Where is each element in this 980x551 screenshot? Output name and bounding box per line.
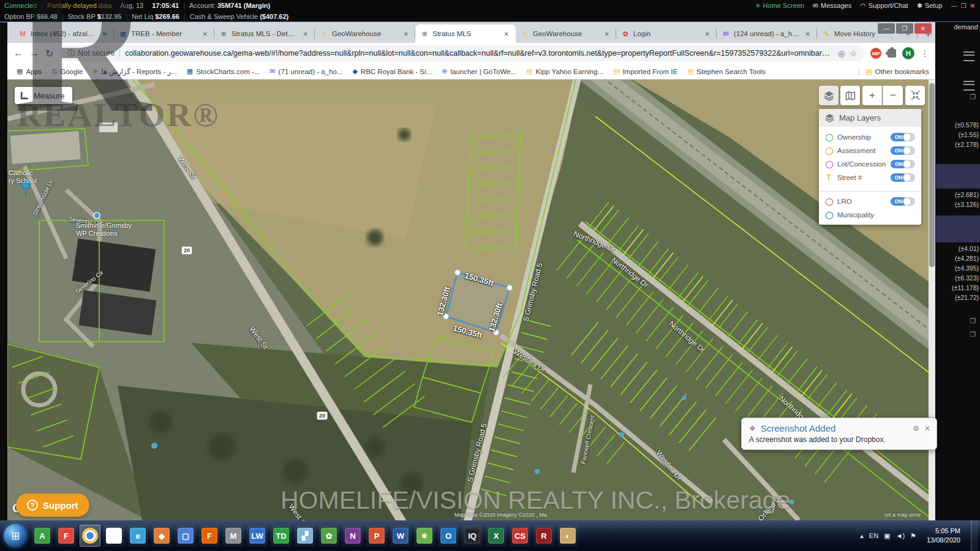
restore-window-icon[interactable]: ❐ bbox=[970, 331, 976, 339]
tab-close-icon[interactable]: ✕ bbox=[201, 30, 209, 38]
language-indicator[interactable]: EN bbox=[869, 532, 878, 539]
chart-block bbox=[936, 164, 980, 189]
map-error-link[interactable]: ort a map error bbox=[884, 512, 921, 518]
page-scrollbar[interactable] bbox=[929, 80, 935, 520]
browser-tab[interactable]: ⌂ GeoWarehouse ✕ bbox=[315, 24, 415, 43]
bookmark-item[interactable]: ▤ Stephen Search Tools bbox=[683, 66, 770, 77]
show-desktop-button[interactable] bbox=[971, 520, 978, 551]
layer-toggle[interactable]: ON bbox=[891, 173, 915, 182]
close-icon[interactable]: ✕ bbox=[970, 2, 975, 9]
zoom-in-button[interactable]: + bbox=[862, 86, 882, 105]
bookmark-item[interactable]: ◆ RBC Royal Bank - Si... bbox=[348, 66, 436, 77]
bookmark-label: (71 unread) - a_ho... bbox=[279, 68, 343, 75]
tab-close-icon[interactable]: ✕ bbox=[402, 30, 410, 38]
volume-icon[interactable]: ◄) bbox=[896, 532, 905, 539]
tab-close-icon[interactable]: ✕ bbox=[804, 30, 812, 38]
address-bar[interactable]: ⓘNot secure collaboration.geowarehouse.c… bbox=[59, 45, 864, 61]
restore-window-icon[interactable]: ❐ bbox=[970, 317, 976, 325]
taskbar-app-icon[interactable]: M bbox=[223, 525, 244, 547]
other-bookmarks-button[interactable]: ▤ Other bookmarks bbox=[859, 67, 929, 76]
taskbar-app-icon[interactable]: A bbox=[32, 525, 53, 547]
taskbar-app-icon[interactable]: P bbox=[366, 525, 387, 547]
taskbar-app-icon[interactable]: ▞ bbox=[295, 525, 315, 547]
layer-toggle[interactable]: ON bbox=[891, 146, 915, 155]
browser-close-icon[interactable]: ✕ bbox=[914, 23, 932, 34]
layer-toggle[interactable]: ON bbox=[891, 160, 915, 168]
tab-close-icon[interactable]: ✕ bbox=[502, 30, 511, 38]
side-value: (±4.281) bbox=[955, 255, 979, 262]
browser-tab[interactable]: ⌂ GeoWarehouse ✕ bbox=[516, 24, 616, 43]
folder-icon: ▤ bbox=[865, 67, 872, 76]
taskbar-app-icon[interactable]: F bbox=[56, 525, 77, 547]
taskbar-app-icon[interactable]: ▢ bbox=[175, 525, 196, 547]
dropbox-notification[interactable]: ❖ Screenshot Added ⚙ ✕ A screenshot was … bbox=[741, 418, 937, 450]
flag-icon[interactable]: ⚑ bbox=[910, 532, 916, 540]
taskbar-clock[interactable]: 5:05 PM 13/08/2020 bbox=[922, 527, 965, 545]
taskbar-app-icon[interactable]: e bbox=[127, 525, 148, 547]
basemap-button[interactable] bbox=[840, 86, 860, 105]
support-chat-button[interactable]: ◠Support/Chat bbox=[860, 2, 908, 10]
layer-toggle[interactable]: ON bbox=[891, 197, 915, 206]
browser-tab[interactable]: ⊕ Stratus MLS ✕ bbox=[415, 24, 516, 43]
zoom-out-button[interactable]: − bbox=[883, 86, 903, 105]
scrollbar-thumb[interactable] bbox=[929, 83, 935, 267]
layer-toggle[interactable]: ON bbox=[891, 133, 915, 141]
layers-button[interactable] bbox=[819, 86, 839, 105]
profile-avatar[interactable]: H bbox=[902, 47, 914, 59]
taskbar-app-icon[interactable]: N bbox=[342, 525, 363, 547]
home-screen-button[interactable]: ✳Home Screen bbox=[755, 2, 804, 10]
settings-wrench-icon[interactable]: ⚙ bbox=[913, 424, 919, 433]
menu-icon[interactable] bbox=[963, 81, 974, 91]
taskbar-app-icon[interactable]: O bbox=[438, 525, 459, 547]
layer-swatch-icon: ◯ bbox=[825, 197, 832, 206]
taskbar-app-icon[interactable]: ◆ bbox=[151, 525, 172, 547]
tab-close-icon[interactable]: ✕ bbox=[703, 30, 712, 38]
taskbar-app-icon[interactable]: ◐ bbox=[557, 525, 578, 547]
browser-tab[interactable]: ⊕ Stratus MLS - Details ✕ bbox=[214, 24, 315, 43]
restore-window-icon[interactable]: ❐ bbox=[970, 93, 976, 101]
minimize-icon[interactable]: — bbox=[951, 2, 957, 9]
tab-close-icon[interactable]: ✕ bbox=[603, 30, 611, 38]
adblock-extension-icon[interactable]: ABP bbox=[870, 48, 881, 59]
bookmark-favicon: ✉ bbox=[270, 67, 275, 75]
extensions-icon[interactable] bbox=[888, 49, 896, 58]
taskbar-app-icon[interactable]: LW bbox=[247, 525, 268, 547]
browser-tab[interactable]: ✉ (124 unread) - a_hom... ✕ bbox=[717, 24, 817, 43]
display-icon[interactable]: ▣ bbox=[884, 532, 890, 540]
browser-tab[interactable]: ✿ Login ✕ bbox=[616, 24, 717, 43]
start-button[interactable]: ⊞ bbox=[4, 524, 27, 547]
taskbar-app-icon[interactable]: IQ bbox=[462, 525, 483, 547]
tab-close-icon[interactable]: ✕ bbox=[301, 30, 310, 38]
browser-menu-icon[interactable]: ⋮ bbox=[921, 48, 929, 58]
restore-icon[interactable]: ❐ bbox=[961, 2, 967, 9]
browser-minimize-icon[interactable]: — bbox=[878, 23, 895, 34]
taskbar-app-icon[interactable]: ✿ bbox=[318, 525, 339, 547]
taskbar-app-icon[interactable]: TD bbox=[271, 525, 292, 547]
browser-maximize-icon[interactable]: ❐ bbox=[896, 23, 913, 34]
bookmark-star-icon[interactable]: ☆ bbox=[850, 49, 857, 58]
support-button[interactable]: ? Support bbox=[16, 493, 89, 517]
taskbar-app-icon[interactable] bbox=[80, 525, 100, 547]
taskbar-app-icon[interactable]: F bbox=[199, 525, 220, 547]
bookmark-item[interactable]: ▤ Kipp Yahoo Earning... bbox=[522, 66, 608, 77]
bookmark-item[interactable]: ▤ Imported From IE bbox=[609, 66, 682, 77]
bookmark-item[interactable]: ▦ StockCharts.com -... bbox=[183, 66, 265, 77]
geolocation-icon[interactable]: ◎ bbox=[838, 49, 845, 58]
taskbar-app-icon[interactable]: ✳ bbox=[414, 525, 435, 547]
menu-icon[interactable] bbox=[963, 51, 974, 61]
chart-block bbox=[936, 216, 980, 242]
bookmark-item[interactable]: ⊕ launcher | GoToWe... bbox=[437, 66, 521, 77]
notification-close-icon[interactable]: ✕ bbox=[924, 424, 930, 433]
messages-button[interactable]: ✉Messages bbox=[813, 2, 851, 10]
taskbar-app-icon[interactable]: W bbox=[390, 525, 411, 547]
exit-fullscreen-icon[interactable]: ↘↙↗↖ bbox=[905, 86, 925, 105]
taskbar-app-icon[interactable]: X bbox=[486, 525, 507, 547]
hidden-icons-arrow[interactable]: ▴ bbox=[860, 532, 864, 540]
url-text[interactable]: collaboration.geowarehouse.ca/gema-web/#… bbox=[125, 49, 833, 58]
taskbar-app-icon[interactable] bbox=[104, 525, 124, 547]
taskbar-app-icon[interactable]: CS bbox=[510, 525, 530, 547]
layer-row: T Street # ON bbox=[819, 171, 921, 184]
bookmark-item[interactable]: ✉ (71 unread) - a_ho... bbox=[265, 66, 347, 77]
setup-button[interactable]: ✱Setup bbox=[917, 2, 943, 10]
taskbar-app-icon[interactable]: R bbox=[533, 525, 554, 547]
